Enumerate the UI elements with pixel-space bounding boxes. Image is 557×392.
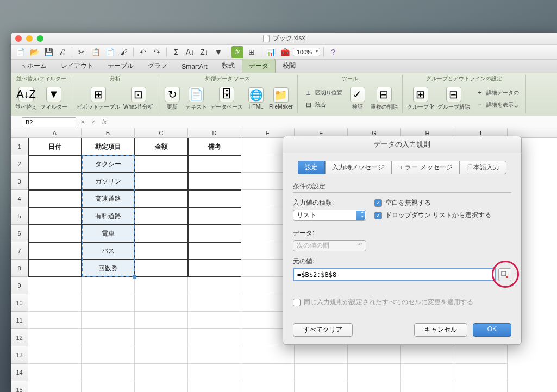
filemaker-button[interactable]: 📁FileMaker — [269, 87, 293, 110]
cell-B5[interactable]: 有料道路 — [82, 207, 135, 225]
cell-A14[interactable] — [28, 364, 82, 381]
cell-C6[interactable] — [135, 225, 188, 242]
cell-I15[interactable] — [454, 381, 508, 392]
row-header-11[interactable]: 11 — [11, 312, 28, 329]
cell-A9[interactable] — [28, 277, 82, 294]
row-header-9[interactable]: 9 — [11, 277, 28, 294]
cell-B8[interactable]: 回数券 — [82, 260, 135, 277]
validate-button[interactable]: ✓検証 — [348, 87, 367, 111]
cell-B13[interactable] — [82, 346, 135, 364]
cell-C14[interactable] — [135, 364, 188, 381]
autosum-icon[interactable]: Σ — [170, 46, 182, 58]
print-icon[interactable]: 🖨 — [57, 46, 68, 58]
cell-G13[interactable] — [348, 346, 401, 364]
open-icon[interactable]: 📂 — [28, 46, 40, 58]
cell-D9[interactable] — [188, 277, 241, 294]
cell-D3[interactable] — [188, 173, 241, 190]
paste-icon[interactable]: 📄 — [104, 46, 116, 58]
col-header-B[interactable]: B — [82, 128, 135, 137]
row-header-12[interactable]: 12 — [11, 329, 28, 346]
seg-settings[interactable]: 設定 — [298, 161, 325, 174]
database-button[interactable]: 🗄データベース — [210, 87, 243, 111]
cell-I13[interactable] — [454, 346, 508, 364]
text-button[interactable]: 📄テキスト — [185, 87, 207, 111]
cell-A13[interactable] — [28, 346, 82, 364]
cell-D6[interactable] — [188, 225, 241, 242]
close-button[interactable] — [15, 35, 22, 42]
cell-D8[interactable] — [188, 260, 241, 277]
cell-B14[interactable] — [82, 364, 135, 381]
cell-D12[interactable] — [188, 329, 241, 346]
cell-C7[interactable] — [135, 242, 188, 260]
cell-D11[interactable] — [188, 312, 241, 329]
tab-chart[interactable]: グラフ — [141, 59, 174, 73]
cell-D15[interactable] — [188, 381, 241, 392]
cell-A5[interactable] — [28, 207, 82, 225]
sort-za-icon[interactable]: Z↓ — [198, 46, 210, 58]
cell-H14[interactable] — [401, 364, 454, 381]
tab-smartart[interactable]: SmartArt — [174, 60, 214, 73]
cell-A3[interactable] — [28, 173, 82, 190]
filter-toolbar-icon[interactable]: ▼ — [212, 46, 224, 58]
cell-C13[interactable] — [135, 346, 188, 364]
group-button[interactable]: ⊞グループ化 — [407, 87, 434, 111]
ignore-blank-checkbox[interactable]: ✓ 空白を無視する — [374, 198, 511, 207]
clear-all-button[interactable]: すべてクリア — [293, 323, 353, 337]
row-header-13[interactable]: 13 — [11, 346, 28, 364]
ungroup-button[interactable]: ⊟グループ解除 — [437, 87, 470, 111]
cell-B12[interactable] — [82, 329, 135, 346]
maximize-button[interactable] — [37, 35, 43, 42]
cell-E14[interactable] — [241, 364, 295, 381]
delimiter-button[interactable]: ⫫区切り位置 — [302, 87, 345, 98]
cell-B4[interactable]: 高速道路 — [82, 190, 135, 207]
cell-I14[interactable] — [454, 364, 508, 381]
col-header-A[interactable]: A — [28, 128, 82, 137]
cell-H15[interactable] — [401, 381, 454, 392]
cell-A12[interactable] — [28, 329, 82, 346]
cell-D5[interactable] — [188, 207, 241, 225]
toolbox-icon[interactable]: 🧰 — [279, 46, 291, 58]
source-input[interactable] — [293, 268, 496, 281]
row-header-7[interactable]: 7 — [11, 242, 28, 260]
row-header-3[interactable]: 3 — [11, 173, 28, 190]
filter-button[interactable]: ▼フィルター — [40, 87, 67, 111]
cancel-button[interactable]: キャンセル — [414, 323, 467, 337]
minimize-button[interactable] — [26, 35, 33, 42]
cell-D10[interactable] — [188, 294, 241, 312]
row-header-14[interactable]: 14 — [11, 364, 28, 381]
seg-ime[interactable]: 日本語入力 — [460, 161, 506, 174]
help-icon[interactable]: ? — [327, 46, 339, 58]
cell-B3[interactable]: ガソリン — [82, 173, 135, 190]
cell-D1[interactable]: 備考 — [188, 138, 241, 155]
cell-C15[interactable] — [135, 381, 188, 392]
html-button[interactable]: 🌐HTML — [246, 87, 266, 110]
cell-A10[interactable] — [28, 294, 82, 312]
cell-C2[interactable] — [135, 155, 188, 173]
format-painter-icon[interactable]: 🖌 — [118, 46, 130, 58]
cell-B1[interactable]: 勘定項目 — [82, 138, 135, 155]
tab-home[interactable]: ⌂ホーム — [14, 59, 54, 73]
cell-D14[interactable] — [188, 364, 241, 381]
cell-A15[interactable] — [28, 381, 82, 392]
confirm-fx-icon[interactable]: ✓ — [89, 118, 98, 127]
chart-icon[interactable]: 📊 — [265, 46, 277, 58]
cell-C11[interactable] — [135, 312, 188, 329]
range-picker-button[interactable] — [498, 268, 511, 281]
fx-icon[interactable]: fx — [100, 118, 109, 127]
row-header-10[interactable]: 10 — [11, 294, 28, 312]
cell-C5[interactable] — [135, 207, 188, 225]
undo-icon[interactable]: ↶ — [137, 46, 149, 58]
cell-A7[interactable] — [28, 242, 82, 260]
cell-B2[interactable]: タクシー — [82, 155, 135, 173]
redo-icon[interactable]: ↷ — [151, 46, 163, 58]
cell-C1[interactable]: 金額 — [135, 138, 188, 155]
save-icon[interactable]: 💾 — [42, 46, 54, 58]
cell-D4[interactable] — [188, 190, 241, 207]
cell-E15[interactable] — [241, 381, 295, 392]
cancel-fx-icon[interactable]: ✕ — [78, 118, 87, 127]
tab-layout[interactable]: レイアウト — [54, 59, 101, 73]
cell-B15[interactable] — [82, 381, 135, 392]
cell-G15[interactable] — [348, 381, 401, 392]
col-header-D[interactable]: D — [188, 128, 241, 137]
cell-A4[interactable] — [28, 190, 82, 207]
